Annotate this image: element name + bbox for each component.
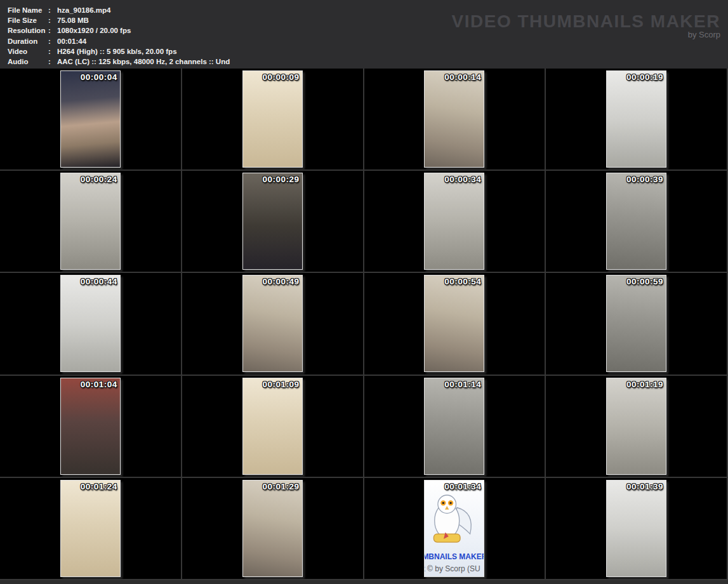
field-label: File Size <box>8 15 48 25</box>
thumbnail-cell: 00:00:49 <box>182 273 364 375</box>
timestamp-overlay: 00:01:29 <box>263 482 300 491</box>
timestamp-overlay: 00:00:14 <box>444 72 481 82</box>
timestamp-overlay: 00:00:44 <box>81 277 117 286</box>
timestamp-overlay: 00:01:19 <box>626 380 663 389</box>
thumbnail-cell: 00:00:39 <box>546 171 728 273</box>
timestamp-overlay: 00:00:39 <box>626 175 663 184</box>
thumbnail-cell: 00:01:34 MBNAILS MAKER 8 t © by Scorp (S… <box>364 478 546 580</box>
thumbnail-cell: 00:01:39 <box>546 478 728 580</box>
timestamp-overlay: 00:01:09 <box>263 380 300 389</box>
thumbnail-cell: 00:00:14 <box>364 69 546 171</box>
field-colon: : <box>48 46 57 56</box>
thumbnail-image-placeholder: 00:01:09 <box>242 378 303 475</box>
thumbnail-cell: 00:00:04 <box>0 69 182 171</box>
timestamp-overlay: 00:01:24 <box>81 482 117 491</box>
timestamp-overlay: 00:00:49 <box>263 277 300 286</box>
thumbnail-cell: 00:00:54 <box>364 273 546 375</box>
thumbnail-cell: 00:00:09 <box>182 69 364 171</box>
thumbnail-image-placeholder: 00:00:24 <box>60 173 121 270</box>
timestamp-overlay: 00:01:04 <box>81 380 117 389</box>
timestamp-overlay: 00:00:29 <box>263 175 300 184</box>
field-value: 75.08 MB <box>57 15 89 25</box>
field-label: Resolution <box>8 25 48 36</box>
thumbnail-image-placeholder: 00:00:54 <box>424 275 484 372</box>
thumbnail-image-placeholder: 00:01:24 <box>60 480 121 577</box>
field-colon: : <box>48 15 57 25</box>
thumbnail-cell: 00:00:59 <box>546 273 728 375</box>
field-value: hza_90186.mp4 <box>57 5 110 15</box>
thumbnail-image-placeholder: 00:01:29 <box>242 480 303 577</box>
thumbnail-cell: 00:01:14 <box>364 376 546 478</box>
field-label: Duration <box>8 36 48 46</box>
thumbnail-cell: 00:00:44 <box>0 273 182 375</box>
thumbnail-cell: 00:01:04 <box>0 376 182 478</box>
thumbnail-image-placeholder: 00:00:44 <box>60 275 121 372</box>
timestamp-overlay: 00:00:54 <box>444 277 481 286</box>
thumbnail-image-placeholder: 00:01:04 <box>60 378 121 475</box>
thumbnail-image-placeholder: 00:00:29 <box>242 173 303 270</box>
thumbnail-cell: 00:00:19 <box>546 69 728 171</box>
timestamp-overlay: 00:00:34 <box>444 175 481 184</box>
field-value: H264 (High) :: 5 905 kb/s, 20.00 fps <box>57 46 177 56</box>
thumbnail-cell: 00:00:34 <box>364 171 546 273</box>
thumbnail-image-placeholder: 00:01:19 <box>606 378 666 475</box>
field-value: AAC (LC) :: 125 kbps, 48000 Hz, 2 channe… <box>57 56 230 67</box>
thumbnail-image-placeholder: 00:00:59 <box>606 275 666 372</box>
timestamp-overlay: 00:01:39 <box>626 482 663 491</box>
thumbnail-image-placeholder: 00:00:34 <box>424 173 484 270</box>
thumbnail-cell: 00:00:29 <box>182 171 364 273</box>
timestamp-overlay: 00:00:09 <box>263 72 300 82</box>
field-value: 00:01:44 <box>57 36 86 46</box>
metadata-field-row: Video : H264 (High) :: 5 905 kb/s, 20.00… <box>8 46 728 56</box>
thumbnail-cell: 00:01:19 <box>546 376 728 478</box>
thumbnail-cell: 00:00:24 <box>0 171 182 273</box>
field-label: Audio <box>8 56 48 67</box>
field-label: File Name <box>8 5 48 15</box>
thumbnail-cell: 00:01:24 <box>0 478 182 580</box>
field-colon: : <box>48 56 57 67</box>
thumbnail-grid: 00:00:04 00:00:09 00:00:14 00:00:19 00:0… <box>0 69 728 580</box>
thumbnail-image-placeholder: 00:00:49 <box>242 275 303 372</box>
timestamp-overlay: 00:00:19 <box>626 72 663 82</box>
owl-text-line1: MBNAILS MAKER 8 <box>424 552 484 561</box>
metadata-field-row: Audio : AAC (LC) :: 125 kbps, 48000 Hz, … <box>8 56 728 67</box>
thumbnail-image-placeholder: 00:00:19 <box>606 70 666 168</box>
field-colon: : <box>48 25 57 36</box>
thumbnail-image-placeholder: 00:01:39 <box>606 480 666 577</box>
thumbnail-cell: 00:01:09 <box>182 376 364 478</box>
thumbnail-cell: 00:01:29 <box>182 478 364 580</box>
thumbnail-image-placeholder: 00:00:04 <box>60 70 121 168</box>
owl-logo-graphic <box>427 491 477 549</box>
thumbnail-image-placeholder: 00:00:09 <box>242 70 303 168</box>
brand-title: VIDEO THUMBNAILS MAKER <box>452 13 720 30</box>
thumbnail-sheet: File Name : hza_90186.mp4 File Size : 75… <box>0 0 728 584</box>
timestamp-overlay: 00:00:59 <box>626 277 663 286</box>
field-colon: : <box>48 5 57 15</box>
brand-subtitle: by Scorp <box>452 30 720 39</box>
timestamp-overlay: 00:00:24 <box>81 175 117 184</box>
header-panel: File Name : hza_90186.mp4 File Size : 75… <box>0 0 728 69</box>
timestamp-overlay: 00:00:04 <box>81 72 117 82</box>
timestamp-overlay: 00:01:14 <box>444 380 481 389</box>
thumbnail-image-placeholder: 00:00:39 <box>606 173 666 270</box>
owl-text-line2: t © by Scorp (SU <box>424 564 480 573</box>
thumbnail-image-placeholder: 00:01:14 <box>424 378 484 475</box>
bottom-bar <box>0 580 728 584</box>
field-colon: : <box>48 36 57 46</box>
field-value: 1080x1920 / 20.00 fps <box>57 25 131 36</box>
thumbnail-image-placeholder: 00:01:34 MBNAILS MAKER 8 t © by Scorp (S… <box>424 480 484 577</box>
thumbnail-image-placeholder: 00:00:14 <box>424 70 484 168</box>
timestamp-overlay: 00:01:34 <box>444 482 481 491</box>
brand-block: VIDEO THUMBNAILS MAKER by Scorp <box>452 13 720 39</box>
field-label: Video <box>8 46 48 56</box>
